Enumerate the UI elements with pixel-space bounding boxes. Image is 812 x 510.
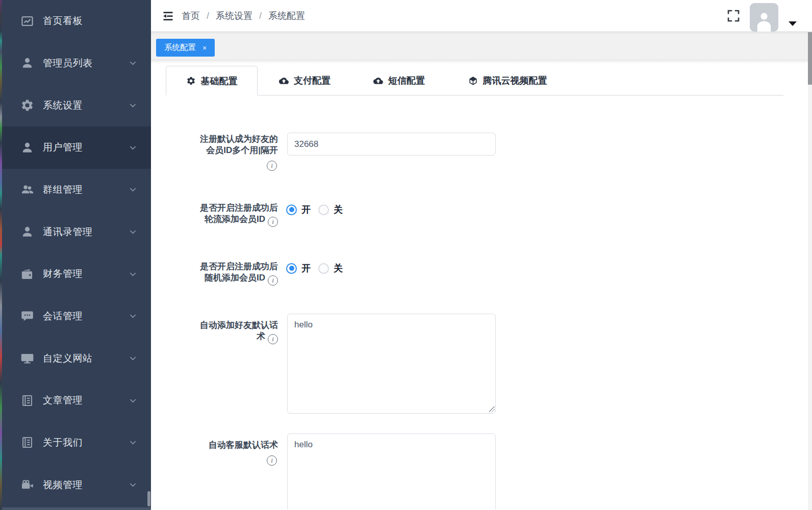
field-label-roundrobin-add: 是否开启注册成功后 轮流添加会员ID [182, 202, 278, 227]
left-color-strip [0, 0, 2, 510]
info-icon[interactable] [268, 275, 278, 286]
sidebar-item-system-settings[interactable]: 系统设置 [2, 84, 151, 126]
radio-off[interactable] [318, 205, 329, 215]
field-label-auto-service-script: 自动客服默认话术 [182, 440, 278, 466]
article-icon [20, 394, 34, 407]
article-icon [20, 436, 34, 449]
field-label-random-add: 是否开启注册成功后 随机添加会员ID [182, 261, 278, 286]
radio-on-label[interactable]: 开 [301, 203, 311, 216]
chat-icon [20, 309, 34, 323]
sidebar-item-article-mgmt[interactable]: 文章管理 [2, 379, 151, 422]
chevron-down-icon [128, 311, 138, 321]
chevron-down-icon [128, 100, 138, 110]
content-panel: 基础配置 支付配置 短信配置 腾讯云视频配置 注册默认成为好友的 会员ID多个用… [151, 60, 812, 509]
app-window: 首页看板 管理员列表 系统设置 用户管理 [0, 0, 812, 510]
sidebar-horizontal-scrollbar[interactable] [2, 507, 151, 510]
gear-icon [186, 76, 196, 86]
info-icon[interactable] [267, 161, 277, 171]
tab-sms-config[interactable]: 短信配置 [352, 66, 446, 95]
sidebar-item-custom-site[interactable]: 自定义网站 [2, 337, 151, 379]
cloud-upload-icon [373, 76, 383, 86]
sidebar-item-label: 用户管理 [43, 141, 128, 154]
radio-off-label[interactable]: 关 [334, 262, 343, 274]
sidebar-item-contacts-mgmt[interactable]: 通讯录管理 [2, 211, 151, 253]
breadcrumb: 首页 / 系统设置 / 系统配置 [182, 0, 305, 32]
textarea-resize-handle[interactable] [489, 406, 495, 412]
sidebar-item-label: 视频管理 [43, 478, 128, 492]
wallet-icon [20, 267, 34, 281]
field-label-auto-friend-script: 自动添加好友默认话 术 [182, 320, 278, 344]
tab-label: 基础配置 [201, 75, 238, 87]
radio-off[interactable] [318, 263, 329, 274]
page-scrollbar-thumb[interactable] [808, 32, 812, 85]
sidebar-item-admins[interactable]: 管理员列表 [2, 42, 151, 85]
roundrobin-add-radio-group: 开 关 [286, 203, 350, 216]
user-icon [20, 56, 34, 70]
chevron-down-icon [128, 269, 138, 279]
page-tag-label: 系统配置 [164, 42, 196, 53]
tab-payment-config[interactable]: 支付配置 [258, 66, 352, 95]
radio-on[interactable] [286, 205, 297, 215]
user-icon [20, 141, 34, 155]
radio-on-label[interactable]: 开 [301, 262, 311, 274]
user-menu-caret-icon[interactable] [789, 21, 797, 26]
chevron-down-icon [128, 396, 138, 405]
chevron-down-icon [128, 438, 138, 447]
sidebar-item-label: 会话管理 [43, 310, 128, 323]
auto-service-script-textarea[interactable]: hello [287, 434, 496, 509]
breadcrumb-system-settings[interactable]: 系统设置 [216, 10, 252, 22]
sidebar-item-group-mgmt[interactable]: 群组管理 [2, 169, 151, 211]
tab-basic-config[interactable]: 基础配置 [166, 66, 258, 95]
info-icon[interactable] [267, 455, 277, 466]
fullscreen-icon[interactable] [726, 9, 741, 23]
users-icon [20, 183, 34, 196]
breadcrumb-separator: / [259, 11, 262, 21]
info-icon[interactable] [268, 334, 278, 344]
sidebar-item-about-us[interactable]: 关于我们 [2, 422, 151, 464]
tab-label: 短信配置 [388, 74, 425, 87]
breadcrumb-current: 系统配置 [268, 10, 305, 22]
sidebar: 首页看板 管理员列表 系统设置 用户管理 [2, 0, 151, 510]
chevron-down-icon [128, 143, 138, 152]
default-friend-ids-input[interactable] [287, 133, 496, 156]
chevron-down-icon [128, 227, 138, 237]
sidebar-item-user-mgmt[interactable]: 用户管理 [2, 126, 151, 169]
auto-friend-script-textarea[interactable]: hello [287, 314, 496, 414]
sidebar-item-label: 管理员列表 [43, 57, 128, 70]
tab-tencent-video-config[interactable]: 腾讯云视频配置 [446, 66, 569, 95]
sidebar-item-label: 文章管理 [43, 394, 128, 407]
avatar[interactable] [750, 3, 778, 32]
sidebar-collapse-icon[interactable] [161, 9, 175, 23]
sidebar-item-label: 群组管理 [43, 183, 128, 196]
page-tag[interactable]: 系统配置 × [156, 39, 215, 57]
video-camera-icon [20, 478, 34, 492]
user-icon [20, 225, 34, 239]
breadcrumb-home[interactable]: 首页 [182, 10, 200, 22]
open-tabs-bar: 系统配置 × [151, 32, 812, 60]
sidebar-item-label: 自定义网站 [43, 352, 128, 365]
info-icon[interactable] [268, 217, 278, 227]
cube-icon [468, 76, 478, 86]
monitor-icon [20, 351, 34, 365]
breadcrumb-separator: / [207, 11, 209, 21]
top-header: 首页 / 系统设置 / 系统配置 [151, 0, 812, 32]
sidebar-item-label: 首页看板 [43, 14, 138, 28]
random-add-radio-group: 开 关 [286, 262, 350, 274]
chevron-down-icon [128, 353, 138, 363]
sidebar-item-label: 通讯录管理 [43, 225, 128, 239]
sidebar-item-dashboard[interactable]: 首页看板 [2, 0, 151, 42]
main-area: 首页 / 系统设置 / 系统配置 系统配置 × [151, 0, 812, 510]
sidebar-item-session-mgmt[interactable]: 会话管理 [2, 295, 151, 338]
tab-label: 腾讯云视频配置 [483, 74, 547, 87]
sidebar-item-label: 系统设置 [43, 99, 128, 112]
tab-label: 支付配置 [294, 74, 331, 87]
chevron-down-icon [128, 480, 138, 490]
sidebar-item-finance-mgmt[interactable]: 财务管理 [2, 253, 151, 295]
page-scrollbar[interactable] [808, 32, 812, 510]
close-icon[interactable]: × [202, 44, 207, 52]
radio-off-label[interactable]: 关 [334, 203, 343, 216]
sidebar-menu: 首页看板 管理员列表 系统设置 用户管理 [2, 0, 151, 510]
radio-on[interactable] [286, 263, 297, 274]
sidebar-scrollbar-thumb[interactable] [147, 491, 150, 506]
sidebar-item-video-mgmt[interactable]: 视频管理 [2, 464, 151, 506]
